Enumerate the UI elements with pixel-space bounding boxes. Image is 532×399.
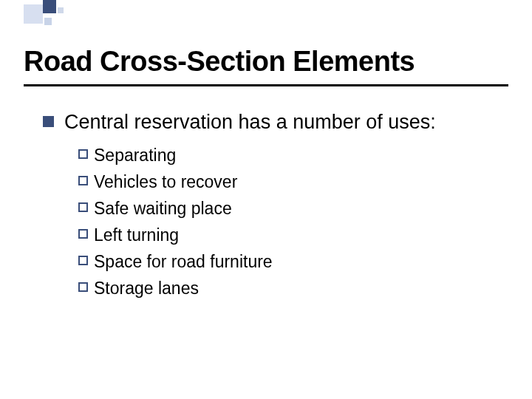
content-area: Central reservation has a number of uses… [43, 109, 501, 304]
deco-square-icon [58, 7, 64, 13]
bullet-solid-icon [43, 116, 54, 127]
bullet-hollow-icon [78, 202, 88, 212]
bullet-hollow-icon [78, 256, 88, 265]
list-item-level2: Space for road furniture [78, 250, 501, 273]
corner-decoration [0, 0, 89, 33]
list-item-level1: Central reservation has a number of uses… [43, 109, 501, 135]
level2-text: Storage lanes [94, 277, 199, 300]
list-item-level2: Storage lanes [78, 277, 501, 300]
level2-text: Left turning [94, 224, 179, 247]
level2-text: Space for road furniture [94, 250, 273, 273]
list-item-level2: Left turning [78, 224, 501, 247]
slide-title: Road Cross-Section Elements [24, 46, 415, 78]
list-item-level2: Safe waiting place [78, 197, 501, 220]
bullet-hollow-icon [78, 149, 88, 159]
list-item-level2: Separating [78, 144, 501, 167]
level2-text: Separating [94, 144, 176, 167]
level1-text: Central reservation has a number of uses… [64, 109, 436, 135]
level2-text: Vehicles to recover [94, 171, 237, 194]
bullet-hollow-icon [78, 176, 88, 185]
list-item-level2: Vehicles to recover [78, 171, 501, 194]
title-underline [24, 84, 508, 86]
level2-text: Safe waiting place [94, 197, 232, 220]
deco-square-icon [44, 18, 52, 25]
bullet-hollow-icon [78, 229, 88, 239]
bullet-hollow-icon [78, 282, 88, 292]
deco-square-icon [43, 0, 56, 13]
sublist: Separating Vehicles to recover Safe wait… [78, 144, 501, 300]
deco-square-icon [24, 4, 43, 24]
